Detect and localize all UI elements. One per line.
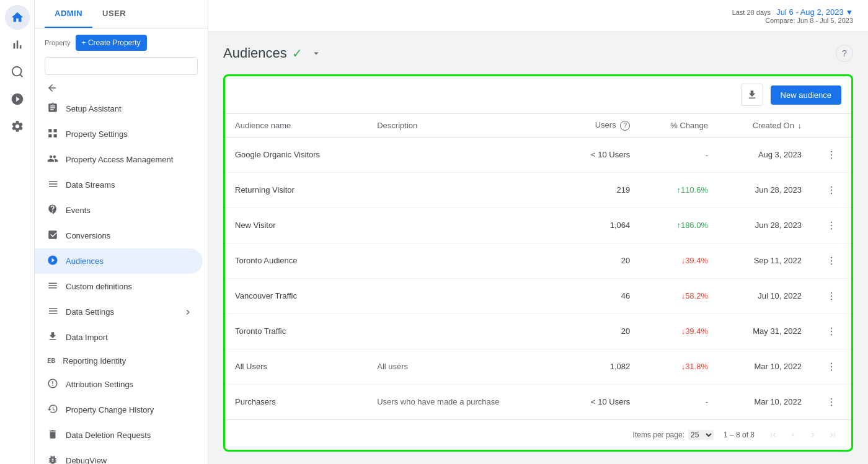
next-page-button[interactable] [804, 426, 822, 444]
audience-description: All users [367, 349, 560, 384]
audience-change: ↓39.4% [640, 313, 718, 349]
icon-nav [0, 0, 35, 464]
back-button[interactable] [42, 82, 62, 94]
title-dropdown-button[interactable] [308, 45, 325, 62]
clipboard-icon [47, 102, 58, 115]
table-row: New Visitor 1,064 ↑186.0% Jun 28, 2023 [225, 208, 851, 243]
sidebar-item-property-access-management[interactable]: Property Access Management [35, 147, 203, 172]
audience-change: ↓31.8% [640, 349, 718, 384]
deletion-icon [47, 429, 58, 442]
audience-created-on: Mar 10, 2022 [718, 384, 812, 419]
audience-users: 46 [560, 278, 640, 313]
nav-explore[interactable] [5, 59, 30, 84]
first-page-button[interactable] [764, 426, 782, 444]
chevron-right-icon [183, 307, 193, 317]
sidebar-item-audiences[interactable]: Audiences [35, 248, 203, 274]
more-options-button[interactable] [822, 145, 841, 165]
svg-point-13 [831, 224, 832, 225]
sidebar-item-label: Events [66, 206, 91, 215]
date-range: Last 28 days Jul 6 - Aug 2, 2023 ▼ Compa… [732, 7, 853, 24]
verified-icon: ✓ [292, 46, 303, 61]
items-per-page: Items per page: 25 50 100 [633, 430, 714, 440]
nav-reports[interactable] [5, 32, 30, 57]
audience-description [367, 172, 560, 208]
more-options-button[interactable] [822, 392, 841, 412]
sidebar-item-events[interactable]: Events [35, 198, 203, 223]
nav-advertising[interactable] [5, 87, 30, 112]
sidebar-item-debug-view[interactable]: DebugView [35, 448, 203, 464]
sidebar-item-conversions[interactable]: Conversions [35, 223, 203, 248]
sidebar-item-custom-definitions[interactable]: Custom definitions [35, 274, 203, 299]
dropdown-icon[interactable]: ▼ [846, 8, 853, 17]
audience-name: Purchasers [225, 384, 367, 419]
property-label: Property [45, 39, 71, 46]
svg-rect-3 [54, 129, 57, 132]
audience-created-on: Aug 3, 2023 [718, 137, 812, 172]
svg-line-1 [20, 74, 22, 77]
main-header: Last 28 days Jul 6 - Aug 2, 2023 ▼ Compa… [208, 0, 868, 32]
create-property-button[interactable]: + Create Property [76, 35, 147, 51]
tab-user[interactable]: USER [92, 0, 136, 28]
svg-point-23 [831, 334, 832, 335]
streams-icon [47, 178, 58, 191]
svg-point-21 [831, 327, 832, 328]
svg-point-25 [831, 366, 832, 367]
more-options-button[interactable] [822, 251, 841, 271]
last-days-label: Last 28 days [732, 9, 771, 16]
audiences-icon [47, 255, 58, 268]
table-footer: Items per page: 25 50 100 1 – 8 of 8 [225, 419, 851, 450]
audience-name: Vancouver Traffic [225, 278, 367, 313]
last-page-button[interactable] [824, 426, 841, 444]
more-options-button[interactable] [822, 286, 841, 306]
sidebar-item-attribution-settings[interactable]: Attribution Settings [35, 372, 203, 397]
col-audience-name: Audience name [225, 114, 367, 137]
table-row: Returning Visitor 219 ↑110.6% Jun 28, 20… [225, 172, 851, 208]
sidebar-item-setup-assistant[interactable]: Setup Assistant [35, 96, 203, 121]
sidebar-item-property-change-history[interactable]: Property Change History [35, 397, 203, 422]
table-row: Vancouver Traffic 46 ↓58.2% Jul 10, 2022 [225, 278, 851, 313]
pagination-controls [764, 426, 841, 444]
page-title-row: Audiences ✓ ? [223, 45, 853, 62]
download-button[interactable] [741, 84, 763, 106]
svg-point-6 [831, 151, 832, 152]
audiences-table-card: New audience Audience name Description U… [223, 74, 853, 452]
sidebar-item-data-settings[interactable]: Data Settings [35, 299, 203, 325]
nav-home[interactable] [5, 5, 30, 30]
col-users: Users ? [560, 114, 640, 137]
prev-page-button[interactable] [784, 426, 802, 444]
svg-point-9 [831, 186, 832, 187]
audience-name: All Users [225, 349, 367, 384]
audience-description [367, 137, 560, 172]
new-audience-button[interactable]: New audience [771, 85, 841, 105]
more-options-button[interactable] [822, 216, 841, 235]
sidebar-item-reporting-identity[interactable]: EB Reporting Identity [35, 350, 203, 372]
audience-description [367, 278, 560, 313]
audience-description [367, 243, 560, 278]
table-row: All Users All users 1,082 ↓31.8% Mar 10,… [225, 349, 851, 384]
items-per-page-select[interactable]: 25 50 100 [688, 430, 714, 440]
help-button[interactable]: ? [836, 45, 853, 62]
nav-configure[interactable] [5, 114, 30, 139]
sidebar-item-data-deletion-requests[interactable]: Data Deletion Requests [35, 422, 203, 448]
svg-point-15 [831, 256, 832, 258]
svg-point-28 [831, 401, 832, 402]
svg-point-20 [831, 299, 832, 300]
pagination-range: 1 – 8 of 8 [724, 431, 755, 439]
svg-point-27 [831, 398, 832, 399]
more-options-button[interactable] [822, 357, 841, 377]
sidebar-item-data-streams[interactable]: Data Streams [35, 172, 203, 198]
events-icon [47, 204, 58, 217]
col-change: % Change [640, 114, 718, 137]
reporting-icon: EB [47, 357, 55, 365]
svg-point-8 [831, 157, 832, 159]
sidebar-item-data-import[interactable]: Data Import [35, 325, 203, 350]
more-options-button[interactable] [822, 180, 841, 200]
audience-users: < 10 Users [560, 384, 640, 419]
sidebar-item-property-settings[interactable]: Property Settings [35, 121, 203, 147]
users-info-icon[interactable]: ? [620, 121, 630, 131]
date-range-main[interactable]: Jul 6 - Aug 2, 2023 [776, 7, 843, 17]
table-row: Toronto Audience 20 ↓39.4% Sep 11, 2022 [225, 243, 851, 278]
more-options-button[interactable] [822, 322, 841, 341]
tab-admin[interactable]: ADMIN [45, 0, 92, 28]
property-search-input[interactable] [45, 57, 198, 75]
